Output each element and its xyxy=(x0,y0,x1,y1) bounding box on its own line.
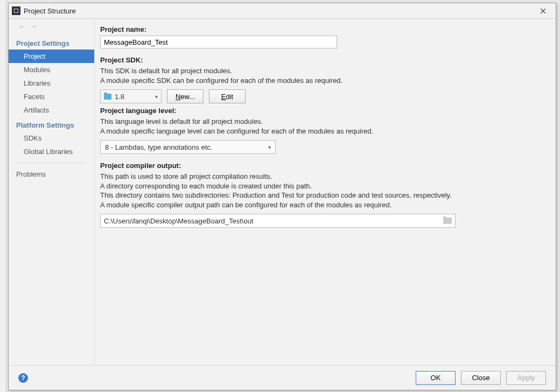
background-editor-strip xyxy=(0,0,6,392)
main-panel: Project name: Project SDK: This SDK is d… xyxy=(95,19,556,365)
lang-desc-2: A module specific language level can be … xyxy=(100,127,544,136)
help-icon[interactable]: ? xyxy=(18,373,28,383)
nav-back-icon[interactable]: ← xyxy=(18,22,26,31)
sidebar-item-artifacts[interactable]: Artifacts xyxy=(9,103,94,117)
ok-button[interactable]: OK xyxy=(416,371,456,385)
apply-button[interactable]: Apply xyxy=(506,371,546,385)
folder-icon xyxy=(104,94,111,100)
browse-folder-icon[interactable] xyxy=(443,218,452,224)
nav-arrows: ← → xyxy=(9,22,94,35)
sidebar-divider xyxy=(16,163,87,163)
lang-level-label: Project language level: xyxy=(100,107,544,115)
dialog-footer: ? OK Close Apply xyxy=(9,365,556,390)
dialog-body: ← → Project Settings Project Modules Lib… xyxy=(9,18,556,365)
sidebar-item-sdks[interactable]: SDKs xyxy=(9,131,94,145)
lang-desc-1: This language level is default for all p… xyxy=(100,117,544,127)
app-icon xyxy=(12,6,20,15)
sidebar: ← → Project Settings Project Modules Lib… xyxy=(9,19,95,365)
sidebar-item-libraries[interactable]: Libraries xyxy=(9,76,94,90)
out-desc-4: A module specific compiler output path c… xyxy=(100,200,544,210)
close-button[interactable]: Close xyxy=(461,371,501,385)
lang-selected-value: 8 - Lambdas, type annotations etc. xyxy=(105,143,212,151)
lang-level-select[interactable]: 8 - Lambdas, type annotations etc. ▾ xyxy=(100,140,276,154)
sdk-selected-value: 1.8 xyxy=(115,93,124,101)
project-name-label: Project name: xyxy=(100,25,544,33)
project-sdk-label: Project SDK: xyxy=(100,56,544,64)
close-icon[interactable] xyxy=(532,3,554,18)
sidebar-item-modules[interactable]: Modules xyxy=(9,63,94,76)
titlebar: Project Structure xyxy=(9,3,556,18)
sidebar-item-facets[interactable]: Facets xyxy=(9,90,94,103)
sdk-desc-2: A module specific SDK can be configured … xyxy=(100,76,544,86)
sdk-new-button[interactable]: New... xyxy=(167,89,204,103)
out-desc-1: This path is used to store all project c… xyxy=(100,172,544,181)
sdk-desc-1: This SDK is default for all project modu… xyxy=(100,66,544,76)
sdk-edit-button[interactable]: Edit xyxy=(209,89,246,103)
project-name-input[interactable] xyxy=(100,36,337,48)
nav-forward-icon[interactable]: → xyxy=(30,22,38,31)
compiler-output-input[interactable]: C:\Users\fanqi\Desktop\MessageBoard_Test… xyxy=(100,214,456,228)
sidebar-section-platform-settings: Platform Settings xyxy=(9,117,94,131)
sidebar-item-problems[interactable]: Problems xyxy=(9,167,94,181)
sidebar-item-global-libraries[interactable]: Global Libraries xyxy=(9,145,94,158)
sdk-select[interactable]: 1.8 ▾ xyxy=(100,89,162,103)
out-desc-2: A directory corresponding to each module… xyxy=(100,181,544,191)
sidebar-item-project[interactable]: Project xyxy=(9,50,94,63)
project-structure-dialog: Project Structure ← → Project Settings P… xyxy=(8,3,556,390)
out-desc-3: This directory contains two subdirectori… xyxy=(100,191,544,200)
compiler-output-value: C:\Users\fanqi\Desktop\MessageBoard_Test… xyxy=(104,217,253,225)
chevron-down-icon: ▾ xyxy=(155,94,158,100)
chevron-down-icon: ▾ xyxy=(268,144,271,150)
window-title: Project Structure xyxy=(24,7,532,15)
sidebar-section-project-settings: Project Settings xyxy=(9,35,94,50)
compiler-output-label: Project compiler output: xyxy=(100,162,544,170)
